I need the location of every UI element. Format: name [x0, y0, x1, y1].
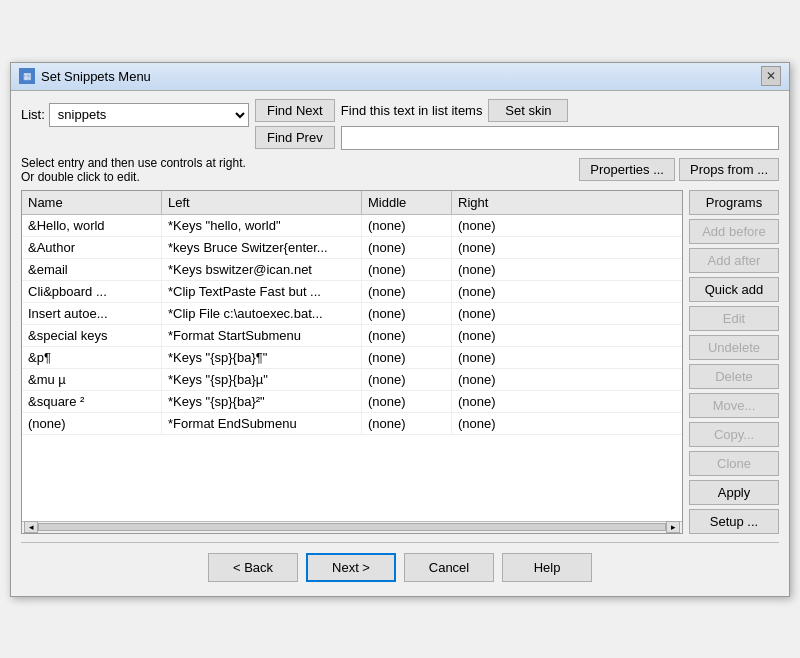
col-header-name: Name [22, 191, 162, 214]
cell-left: *Keys "{sp}{ba}²" [162, 391, 362, 412]
search-label: Find this text in list items [341, 103, 483, 118]
cell-right: (none) [452, 325, 542, 346]
table-header: Name Left Middle Right [22, 191, 682, 215]
cell-middle: (none) [362, 391, 452, 412]
cell-name: &special keys [22, 325, 162, 346]
table-row[interactable]: Insert autoe... *Clip File c:\autoexec.b… [22, 303, 682, 325]
add-after-button[interactable]: Add after [689, 248, 779, 273]
cell-name: &p¶ [22, 347, 162, 368]
cancel-button[interactable]: Cancel [404, 553, 494, 582]
copy-button[interactable]: Copy... [689, 422, 779, 447]
quick-add-button[interactable]: Quick add [689, 277, 779, 302]
apply-button[interactable]: Apply [689, 480, 779, 505]
table-row[interactable]: &mu µ *Keys "{sp}{ba}µ" (none) (none) [22, 369, 682, 391]
list-select[interactable]: snippets [49, 103, 249, 127]
cell-left: *Keys bswitzer@ican.net [162, 259, 362, 280]
app-icon: ▦ [19, 68, 35, 84]
cell-right: (none) [452, 259, 542, 280]
cell-name: &square ² [22, 391, 162, 412]
props-from-button[interactable]: Props from ... [679, 158, 779, 181]
cell-name: Insert autoe... [22, 303, 162, 324]
cell-left: *Format StartSubmenu [162, 325, 362, 346]
cell-right: (none) [452, 237, 542, 258]
instruction-line1: Select entry and then use controls at ri… [21, 156, 573, 170]
scroll-left-button[interactable]: ◂ [24, 521, 38, 533]
table-body: &Hello, world *Keys "hello, world" (none… [22, 215, 682, 521]
help-button[interactable]: Help [502, 553, 592, 582]
move-button[interactable]: Move... [689, 393, 779, 418]
cell-left: *Keys "{sp}{ba}µ" [162, 369, 362, 390]
table-container: Name Left Middle Right &Hello, world *Ke… [21, 190, 683, 534]
props-buttons: Properties ... Props from ... [579, 158, 779, 181]
cell-name: &mu µ [22, 369, 162, 390]
cell-left: *Clip TextPaste Fast but ... [162, 281, 362, 302]
find-prev-button[interactable]: Find Prev [255, 126, 335, 149]
table-row[interactable]: &square ² *Keys "{sp}{ba}²" (none) (none… [22, 391, 682, 413]
horizontal-scrollbar[interactable]: ◂ ▸ [22, 521, 682, 533]
cell-name: &email [22, 259, 162, 280]
delete-button[interactable]: Delete [689, 364, 779, 389]
cell-name: &Author [22, 237, 162, 258]
cell-left: *Clip File c:\autoexec.bat... [162, 303, 362, 324]
programs-button[interactable]: Programs [689, 190, 779, 215]
undelete-button[interactable]: Undelete [689, 335, 779, 360]
cell-middle: (none) [362, 215, 452, 236]
cell-left: *Format EndSubmenu [162, 413, 362, 434]
cell-right: (none) [452, 369, 542, 390]
cell-middle: (none) [362, 237, 452, 258]
cell-middle: (none) [362, 347, 452, 368]
search-input[interactable] [341, 126, 779, 150]
find-buttons-group: Find Next Find Prev [255, 99, 335, 149]
instruction-row: Select entry and then use controls at ri… [21, 156, 779, 184]
clone-button[interactable]: Clone [689, 451, 779, 476]
cell-name: &Hello, world [22, 215, 162, 236]
table-row[interactable]: &email *Keys bswitzer@ican.net (none) (n… [22, 259, 682, 281]
bottom-bar: < Back Next > Cancel Help [21, 542, 779, 588]
scroll-track[interactable] [38, 523, 666, 531]
cell-name: (none) [22, 413, 162, 434]
instruction-line2: Or double click to edit. [21, 170, 573, 184]
main-window: ▦ Set Snippets Menu ✕ List: snippets Fin… [10, 62, 790, 597]
list-label-text: List: [21, 107, 45, 122]
back-button[interactable]: < Back [208, 553, 298, 582]
properties-button[interactable]: Properties ... [579, 158, 675, 181]
next-button[interactable]: Next > [306, 553, 396, 582]
table-row[interactable]: (none) *Format EndSubmenu (none) (none) [22, 413, 682, 435]
cell-left: *Keys "hello, world" [162, 215, 362, 236]
cell-right: (none) [452, 215, 542, 236]
table-row[interactable]: Cli&pboard ... *Clip TextPaste Fast but … [22, 281, 682, 303]
cell-right: (none) [452, 347, 542, 368]
window-title: Set Snippets Menu [41, 69, 761, 84]
col-header-left: Left [162, 191, 362, 214]
edit-button[interactable]: Edit [689, 306, 779, 331]
cell-name: Cli&pboard ... [22, 281, 162, 302]
cell-middle: (none) [362, 303, 452, 324]
table-row[interactable]: &p¶ *Keys "{sp}{ba}¶" (none) (none) [22, 347, 682, 369]
instruction-text: Select entry and then use controls at ri… [21, 156, 573, 184]
scroll-right-button[interactable]: ▸ [666, 521, 680, 533]
cell-right: (none) [452, 391, 542, 412]
cell-middle: (none) [362, 325, 452, 346]
set-skin-button[interactable]: Set skin [488, 99, 568, 122]
setup-button[interactable]: Setup ... [689, 509, 779, 534]
title-bar: ▦ Set Snippets Menu ✕ [11, 63, 789, 91]
cell-right: (none) [452, 303, 542, 324]
add-before-button[interactable]: Add before [689, 219, 779, 244]
table-row[interactable]: &Author *keys Bruce Switzer{enter... (no… [22, 237, 682, 259]
right-panel: ProgramsAdd beforeAdd afterQuick addEdit… [689, 190, 779, 534]
table-row[interactable]: &Hello, world *Keys "hello, world" (none… [22, 215, 682, 237]
find-next-button[interactable]: Find Next [255, 99, 335, 122]
cell-left: *keys Bruce Switzer{enter... [162, 237, 362, 258]
cell-middle: (none) [362, 281, 452, 302]
cell-middle: (none) [362, 413, 452, 434]
close-button[interactable]: ✕ [761, 66, 781, 86]
table-row[interactable]: &special keys *Format StartSubmenu (none… [22, 325, 682, 347]
cell-right: (none) [452, 281, 542, 302]
cell-middle: (none) [362, 259, 452, 280]
cell-middle: (none) [362, 369, 452, 390]
list-label-area: List: snippets [21, 99, 249, 127]
main-area: Name Left Middle Right &Hello, world *Ke… [21, 190, 779, 534]
cell-right: (none) [452, 413, 542, 434]
search-area: Find this text in list items Set skin [341, 99, 779, 150]
col-header-middle: Middle [362, 191, 452, 214]
